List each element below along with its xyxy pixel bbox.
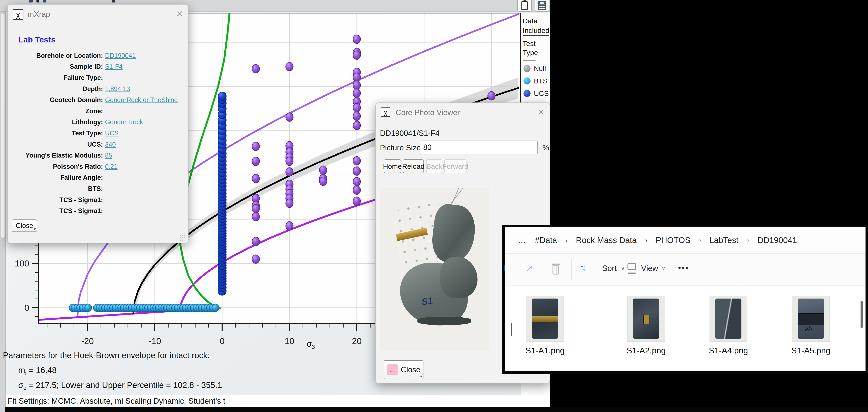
field-row: Borehole or Location:DD190041 bbox=[11, 50, 185, 61]
field-link[interactable]: 0.21 bbox=[105, 163, 118, 170]
svg-text:-20: -20 bbox=[81, 336, 94, 346]
ucs-marker-icon bbox=[524, 90, 530, 97]
breadcrumb-item[interactable]: Rock Mass Data bbox=[576, 235, 637, 245]
rock-fragment bbox=[430, 203, 478, 265]
dialog-title: mXrap bbox=[28, 10, 50, 19]
dialog-title: Core Photo Viewer bbox=[396, 108, 460, 117]
percent-unit-label: % bbox=[542, 144, 549, 152]
breadcrumb-item[interactable]: PHOTOS bbox=[656, 235, 690, 245]
legend-section-header: Test Type bbox=[523, 39, 550, 57]
chevron-right-icon: › bbox=[699, 236, 701, 244]
legend-divider bbox=[523, 60, 535, 61]
fit-settings-bar: Fit Settings: MCMC, Absolute, mi Scaling… bbox=[6, 394, 550, 407]
field-row: Geotech Domain:GondorRock or TheShine bbox=[11, 94, 185, 105]
field-link[interactable]: 1,894.13 bbox=[105, 85, 130, 93]
close-icon[interactable]: × bbox=[177, 8, 183, 19]
field-link[interactable]: 340 bbox=[105, 141, 116, 148]
explorer-toolbar: ⌶ ↗ ↑↓ Sort ∨ View ∨ ••• bbox=[505, 254, 866, 285]
legend-item-ucs[interactable]: UCS bbox=[524, 89, 550, 98]
field-row: TCS - Sigma1: bbox=[11, 194, 185, 205]
lab-test-fields: Borehole or Location:DD190041 Sample ID:… bbox=[11, 50, 185, 217]
x-axis-label: σ3 bbox=[307, 339, 315, 350]
home-button[interactable]: Home bbox=[384, 159, 401, 173]
file-item[interactable]: S1-A1.png bbox=[512, 296, 578, 355]
back-button[interactable]: Back bbox=[426, 159, 442, 173]
core-photo: S1 bbox=[380, 188, 489, 350]
file-name: S1-A4.png bbox=[709, 346, 748, 355]
chevron-down-icon: ▾ bbox=[34, 226, 36, 231]
svg-text:0: 0 bbox=[220, 336, 224, 346]
view-button[interactable]: View bbox=[641, 264, 658, 273]
field-link[interactable]: Gondor Rock bbox=[105, 119, 143, 126]
field-row: Lithology:Gondor Rock bbox=[11, 117, 185, 128]
save-button[interactable] bbox=[535, 0, 549, 11]
sample-marking: S1 bbox=[421, 295, 433, 307]
svg-text:20: 20 bbox=[352, 336, 362, 346]
rename-icon[interactable]: ⌶ bbox=[502, 262, 508, 274]
chevron-down-icon: ▾ bbox=[420, 374, 422, 379]
left-scrollbar-thumb[interactable] bbox=[1, 13, 5, 238]
sigmac-parameter-value: σc = 217.5; Lower and Upper Percentile =… bbox=[18, 381, 222, 391]
blacked-out-region bbox=[5, 407, 868, 412]
section-title: Lab Tests bbox=[19, 35, 56, 44]
reload-button[interactable]: Reload bbox=[403, 159, 424, 173]
picture-size-label: Picture Size bbox=[380, 144, 421, 152]
file-item[interactable]: S1-A5.png bbox=[778, 296, 844, 355]
view-icon[interactable] bbox=[627, 263, 636, 270]
document-icon bbox=[521, 1, 528, 10]
field-row: Young's Elastic Modulus:85 bbox=[11, 150, 185, 161]
field-row: BTS: bbox=[11, 183, 185, 194]
sort-icon[interactable]: ↑↓ bbox=[580, 262, 586, 273]
file-thumbnail bbox=[526, 296, 564, 341]
file-item[interactable]: S1-A2.png bbox=[613, 296, 679, 355]
field-row: Sample ID:S1-F4 bbox=[11, 61, 185, 72]
breadcrumb-item[interactable]: LabTest bbox=[709, 235, 738, 245]
field-row: TCS - Sigma1: bbox=[11, 205, 185, 217]
dialog-titlebar[interactable]: χ mXrap × bbox=[8, 5, 188, 24]
clipped-toolbar-icon bbox=[112, 0, 115, 2]
sort-button[interactable]: Sort bbox=[602, 264, 617, 273]
share-icon[interactable]: ↗ bbox=[526, 262, 534, 274]
delete-icon[interactable] bbox=[551, 263, 560, 275]
chevron-down-icon: ∨ bbox=[621, 265, 625, 272]
svg-text:10: 10 bbox=[285, 336, 294, 346]
picture-size-input[interactable]: 80 bbox=[420, 140, 537, 154]
breadcrumb: … #Data › Rock Mass Data › PHOTOS › LabT… bbox=[505, 227, 866, 254]
rock-shadow bbox=[417, 317, 471, 325]
close-button[interactable]: Close ▾ bbox=[12, 219, 37, 232]
toolbar-divider bbox=[671, 259, 672, 280]
field-row: Failure Angle: bbox=[11, 172, 185, 184]
toolbar-divider bbox=[571, 259, 571, 280]
legend-item-null[interactable]: Null bbox=[524, 64, 550, 73]
field-row: Depth:1,894.13 bbox=[11, 84, 185, 95]
resize-grip[interactable] bbox=[179, 234, 186, 241]
mi-parameter-value: mi = 16.48 bbox=[18, 366, 57, 376]
file-item[interactable]: S1-A4.png bbox=[695, 296, 762, 355]
field-link[interactable]: S1-F4 bbox=[105, 63, 122, 70]
svg-text:0: 0 bbox=[25, 303, 29, 313]
field-row: UCS:340 bbox=[11, 139, 185, 150]
field-link[interactable]: UCS bbox=[105, 130, 119, 137]
field-link[interactable]: DD190041 bbox=[105, 52, 136, 59]
legend-item-bts[interactable]: BTS bbox=[524, 76, 550, 86]
explorer-file-list: S1-A1.png S1-A2.png S1-A4.png S1-A5.png bbox=[505, 286, 866, 371]
series-ucs bbox=[218, 92, 226, 295]
new-view-button[interactable] bbox=[517, 0, 532, 11]
rock-fragment bbox=[440, 257, 477, 298]
bts-marker-icon bbox=[524, 77, 530, 85]
breadcrumb-item[interactable]: #Data bbox=[535, 235, 557, 245]
screen: -20-100102030400100200300400500600σ3 Dat… bbox=[0, 0, 868, 412]
dialog-titlebar[interactable]: χ Core Photo Viewer × bbox=[376, 103, 550, 123]
file-name: S1-A5.png bbox=[791, 346, 830, 355]
field-row: Zone: bbox=[11, 105, 185, 117]
breadcrumb-item[interactable]: DD190041 bbox=[757, 235, 797, 245]
field-link[interactable]: GondorRock or TheShine bbox=[105, 96, 178, 104]
close-icon[interactable]: × bbox=[538, 107, 544, 117]
field-link[interactable]: 85 bbox=[105, 152, 112, 159]
close-button[interactable]: ← Close ▾ bbox=[384, 360, 424, 379]
scrollbar-thumb[interactable] bbox=[861, 301, 863, 328]
breadcrumb-overflow-button[interactable]: … bbox=[518, 235, 527, 245]
null-marker-icon bbox=[524, 65, 530, 72]
forward-button[interactable]: Forward bbox=[444, 159, 467, 173]
more-options-button[interactable]: ••• bbox=[678, 263, 689, 273]
